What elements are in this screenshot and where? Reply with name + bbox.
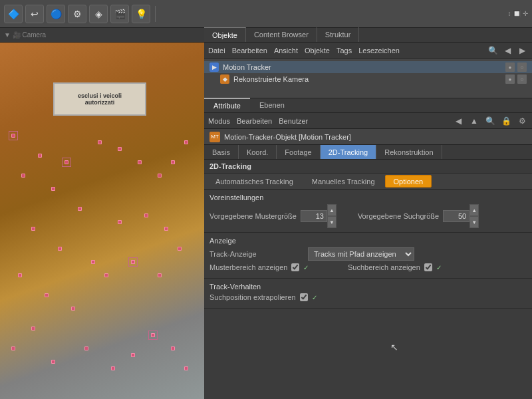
suchgr-down[interactable]: ▼: [469, 216, 479, 228]
attr-menu-modus[interactable]: Modus: [208, 117, 230, 125]
mustergr-down[interactable]: ▼: [327, 216, 336, 228]
attr-menubar: Modus Bearbeiten Benutzer ◀ ▲ 🔍 🔒 ⚙: [204, 113, 532, 129]
track-dot: [78, 207, 82, 211]
obj-lock-btn[interactable]: ○: [517, 63, 527, 72]
track-verhalten-section: Track-Verhalten Suchposition extrapolier…: [204, 279, 532, 309]
track-dot: [138, 160, 142, 164]
track-dot: [18, 273, 22, 277]
sub-tab-bar: Basis Koord. Footage 2D-Tracking Rekonst…: [204, 145, 532, 160]
tab-content-browser[interactable]: Content Browser: [246, 27, 317, 42]
mustergr-input[interactable]: [301, 210, 327, 222]
empty-area: ↖: [204, 309, 532, 362]
main-area: ▼ 🎥 Camera esclusi i veicoli autorizzati: [0, 28, 532, 399]
menu-tags[interactable]: Tags: [336, 47, 352, 55]
nav-forward-icon[interactable]: ▶: [516, 45, 528, 57]
obj-vis-btn[interactable]: ●: [505, 63, 515, 72]
mustergr-label: Vorgegebene Mustergröße: [209, 212, 297, 220]
track-dot: [38, 154, 42, 158]
obj-title-text: Motion-Tracker-Objekt [Motion Tracker]: [224, 133, 351, 141]
obj-lock-btn-2[interactable]: ○: [517, 74, 527, 84]
main-tab-bar: Objekte Content Browser Struktur: [204, 28, 532, 43]
toolbar-icon-4[interactable]: ⚙: [68, 5, 86, 23]
attr-menu-bearbeiten[interactable]: Bearbeiten: [237, 117, 272, 125]
viewport-label-text: ▼ 🎥 Camera: [4, 31, 46, 39]
mustergr-spinner[interactable]: ▲ ▼: [301, 204, 336, 228]
menu-ansicht[interactable]: Ansicht: [274, 47, 298, 55]
track-dot: [171, 160, 175, 164]
subtab-footage[interactable]: Footage: [277, 145, 320, 159]
anzeige-section: Anzeige Track-Anzeige Tracks mit Pfad an…: [204, 233, 532, 279]
track-dot: [11, 346, 15, 350]
toolbar-icon-7[interactable]: 💡: [132, 5, 150, 23]
tab-ebenen[interactable]: Ebenen: [250, 98, 294, 112]
track-dot: [184, 140, 188, 144]
track-anzeige-label: Track-Anzeige: [209, 250, 303, 258]
obj-rekonstruierte-kamera[interactable]: ◆ Rekonstruierte Kamera ● ○: [204, 73, 532, 85]
tab-automatisches-tracking[interactable]: Automatisches Tracking: [207, 175, 302, 188]
attr-menu-benutzer[interactable]: Benutzer: [279, 117, 308, 125]
suchgr-up[interactable]: ▲: [469, 204, 479, 216]
musterbereich-row: Musterbereich anzeigen ✓: [209, 263, 342, 271]
track-dot: [171, 346, 175, 350]
settings-icon[interactable]: ⚙: [516, 115, 528, 127]
musterbereich-label: Musterbereich anzeigen: [209, 263, 287, 271]
tab-manuelles-tracking[interactable]: Manuelles Tracking: [303, 175, 384, 188]
suchgr-label: Vorgegebene Suchgröße: [358, 212, 439, 220]
track-dot: [104, 273, 108, 277]
tab-struktur[interactable]: Struktur: [317, 27, 360, 42]
menu-objekte[interactable]: Objekte: [305, 47, 330, 55]
mustergr-row: Vorgegebene Mustergröße ▲ ▼ Vorgegebene …: [209, 204, 527, 228]
obj-motion-tracker[interactable]: ▶ Motion Tracker ● ○: [204, 61, 532, 73]
obj-title-icon: MT: [209, 132, 220, 142]
search-attr-icon[interactable]: 🔍: [484, 115, 496, 127]
viewport-label: ↕ 🔲 ✛: [507, 10, 528, 17]
track-dot: [118, 147, 122, 151]
toolbar-icon-6[interactable]: 🎬: [110, 5, 129, 23]
marker-icon[interactable]: ▲: [468, 115, 480, 127]
tab-objekte[interactable]: Objekte: [204, 27, 246, 42]
suchpos-row: Suchposition extrapolieren ✓: [209, 293, 527, 301]
obj-icon-mt: ▶: [209, 63, 219, 72]
tab-attribute[interactable]: Attribute: [204, 98, 250, 112]
anzeige-title: Anzeige: [209, 237, 527, 245]
lock-icon[interactable]: 🔒: [500, 115, 512, 127]
track-dot: [118, 220, 122, 224]
suchpos-checkbox[interactable]: [300, 293, 308, 301]
search-icon[interactable]: 🔍: [487, 45, 499, 57]
objects-list: ▶ Motion Tracker ● ○ ◆ Rekonstruierte Ka…: [204, 59, 532, 98]
nav-back-icon[interactable]: ◀: [501, 45, 513, 57]
viewport-content: esclusi i veicoli autorizzati: [0, 43, 204, 399]
arrow-left-icon[interactable]: ◀: [452, 115, 464, 127]
toolbar-icon-2[interactable]: ↩: [25, 5, 44, 23]
suchbereich-checkmark: ✓: [436, 264, 442, 271]
subtab-rekonstruktion[interactable]: Rekonstruktion: [376, 145, 442, 159]
track-anzeige-select[interactable]: Tracks mit Pfad anzeigen: [308, 247, 414, 261]
track-marker: [148, 331, 158, 340]
suchbereich-checkbox[interactable]: [424, 263, 432, 271]
track-dot: [158, 273, 162, 277]
toolbar-icon-1[interactable]: 🔷: [4, 5, 23, 23]
main-toolbar: 🔷 ↩ 🔵 ⚙ ◈ 🎬 💡 ↕ 🔲 ✛: [0, 0, 532, 28]
track-dot: [21, 174, 25, 178]
suchgr-input[interactable]: [443, 210, 469, 222]
subtab-koord[interactable]: Koord.: [239, 145, 277, 159]
suchpos-checkmark: ✓: [312, 294, 317, 301]
toolbar-icon-5[interactable]: ◈: [89, 5, 108, 23]
mustergr-up[interactable]: ▲: [327, 204, 336, 216]
suchbereich-row: Suchbereich anzeigen ✓: [348, 263, 442, 271]
suchgr-spinner[interactable]: ▲ ▼: [443, 204, 479, 228]
musterbereich-checkbox[interactable]: [291, 263, 299, 271]
menu-bearbeiten[interactable]: Bearbeiten: [232, 47, 267, 55]
obj-vis-btn-2[interactable]: ●: [505, 74, 515, 84]
tab-optionen[interactable]: Optionen: [385, 175, 432, 188]
viewport-header: ▼ 🎥 Camera: [0, 28, 204, 43]
menu-datei[interactable]: Datei: [208, 47, 225, 55]
toolbar-sep-1: [155, 6, 156, 22]
obj-icon-cam: ◆: [220, 74, 229, 84]
track-dot: [184, 366, 188, 370]
subtab-2d-tracking[interactable]: 2D-Tracking: [321, 145, 377, 159]
subtab-basis[interactable]: Basis: [204, 145, 239, 159]
menu-lesezeichen[interactable]: Lesezeichen: [358, 47, 400, 55]
toolbar-icon-3[interactable]: 🔵: [47, 5, 65, 23]
track-dot: [131, 353, 135, 357]
